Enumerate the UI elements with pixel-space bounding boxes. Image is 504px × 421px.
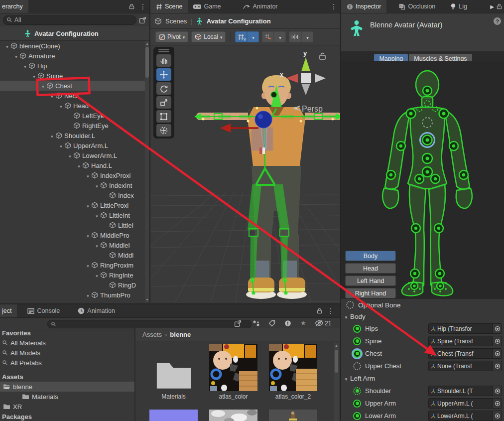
asset-grid-scrollbar[interactable]: ▲: [334, 343, 339, 421]
foldout-icon[interactable]: [49, 92, 55, 100]
menu-dots-icon[interactable]: [330, 2, 337, 10]
bone-object-field-chest[interactable]: Chest (Transf: [428, 348, 502, 359]
body-part-button-left-hand[interactable]: Left Hand: [345, 276, 396, 286]
transform-tool-button[interactable]: [156, 124, 171, 137]
bone-state-icon[interactable]: [353, 325, 361, 333]
folder-xr[interactable]: XR: [0, 402, 134, 412]
bone-state-icon[interactable]: [353, 337, 361, 345]
foldout-icon[interactable]: [85, 172, 91, 179]
tab-project[interactable]: ject: [0, 304, 17, 317]
bone-object-field[interactable]: LowerArm.L (: [428, 411, 502, 421]
folder-materials[interactable]: Materials: [0, 392, 134, 402]
label-tag-icon[interactable]: [268, 320, 275, 327]
breadcrumb-current-folder[interactable]: blenne: [170, 331, 191, 338]
filter-by-type-icon[interactable]: [252, 320, 260, 326]
hierarchy-row[interactable]: LeftEye: [0, 111, 149, 121]
tab-lighting[interactable]: Lig: [445, 0, 468, 13]
hierarchy-row[interactable]: ThumbPro: [0, 290, 149, 300]
lock-icon[interactable]: [317, 308, 322, 314]
favorite-star-icon[interactable]: [300, 319, 306, 327]
foldout-icon[interactable]: [94, 212, 100, 219]
tab-hierarchy[interactable]: erarchy: [0, 0, 28, 13]
overlay-drag-handle[interactable]: [158, 49, 169, 53]
hierarchy-row[interactable]: LittleI: [0, 220, 149, 230]
alert-icon[interactable]: [284, 320, 291, 327]
foldout-icon[interactable]: [85, 202, 91, 209]
foldout-icon[interactable]: [76, 162, 82, 169]
lock-icon[interactable]: [497, 3, 502, 9]
grid-visibility-toggle[interactable]: Y: [235, 31, 247, 42]
packages-header[interactable]: Packages: [0, 412, 134, 421]
favorite-all-prefabs[interactable]: All Prefabs: [0, 358, 134, 368]
hierarchy-scene-header[interactable]: Avatar Configuration: [0, 26, 149, 41]
scene-viewport[interactable]: y x Persp: [150, 45, 340, 302]
bone-object-field[interactable]: Hip (Transfor: [428, 323, 502, 334]
foldout-icon[interactable]: [22, 62, 28, 70]
folder-blenne-selected[interactable]: blenne: [0, 382, 134, 392]
foldout-icon[interactable]: [40, 82, 46, 90]
asset-item-partial[interactable]: [149, 410, 198, 421]
hierarchy-row[interactable]: Head: [0, 101, 149, 111]
hierarchy-row[interactable]: Armature: [0, 51, 149, 61]
hierarchy-row[interactable]: RingInte: [0, 270, 149, 280]
favorites-header[interactable]: Favorites: [0, 328, 134, 338]
hierarchy-row[interactable]: IndexInt: [0, 180, 149, 190]
foldout-icon[interactable]: [31, 72, 37, 80]
snap-increment-toggle[interactable]: [289, 31, 301, 42]
foldout-icon[interactable]: [94, 242, 100, 249]
assets-header[interactable]: Assets: [0, 372, 134, 382]
body-part-button-right-hand[interactable]: Right Hand: [345, 288, 396, 298]
bone-state-icon[interactable]: [353, 412, 361, 420]
foldout-icon[interactable]: [85, 232, 91, 239]
asset-item-materials-folder[interactable]: Materials: [149, 344, 198, 400]
rect-tool-button[interactable]: [156, 110, 171, 123]
grid-snapping-toggle[interactable]: [262, 31, 274, 42]
hierarchy-search-input[interactable]: [14, 16, 133, 23]
hierarchy-row[interactable]: MiddleI: [0, 240, 149, 250]
object-picker-button[interactable]: [493, 386, 502, 396]
hierarchy-scrollbar[interactable]: ▲ ▼: [145, 41, 149, 302]
hierarchy-row[interactable]: Shoulder.L: [0, 131, 149, 140]
tab-inspector[interactable]: Inspector: [341, 0, 386, 13]
object-picker-button[interactable]: [493, 411, 502, 421]
foldout-icon[interactable]: [94, 182, 100, 189]
hierarchy-row[interactable]: RingProxim: [0, 260, 149, 270]
foldout-icon[interactable]: [4, 42, 10, 50]
menu-dots-icon[interactable]: [327, 307, 334, 315]
asset-scroll-thumb[interactable]: [335, 350, 338, 373]
body-part-button-body[interactable]: Body: [345, 251, 396, 261]
hierarchy-row[interactable]: blenne(Clone): [0, 41, 149, 51]
object-picker-button[interactable]: [493, 361, 502, 371]
pivot-dropdown[interactable]: Pivot: [155, 31, 188, 42]
asset-item-partial[interactable]: [269, 410, 317, 421]
bone-state-icon[interactable]: [353, 400, 361, 408]
grid-snapping-menu[interactable]: [274, 31, 286, 42]
hierarchy-row[interactable]: IndexProxi: [0, 170, 149, 180]
bone-state-icon-dashed[interactable]: [353, 387, 361, 395]
more-tabs-icon[interactable]: ▶: [490, 4, 494, 9]
bone-object-field[interactable]: UpperArm.L (: [428, 398, 502, 409]
help-icon[interactable]: ?: [494, 17, 501, 25]
bone-state-icon-selected[interactable]: [353, 350, 361, 358]
bone-object-field[interactable]: Shoulder.L (T: [428, 386, 502, 396]
object-picker-button[interactable]: [493, 324, 502, 333]
hierarchy-row[interactable]: MiddlePro: [0, 230, 149, 240]
lock-icon[interactable]: [129, 3, 134, 9]
grid-visibility-menu[interactable]: [247, 31, 259, 42]
bone-state-icon-optional[interactable]: [353, 362, 361, 370]
left-arm-section-foldout[interactable]: Left Arm: [341, 372, 504, 385]
move-tool-button[interactable]: [156, 68, 171, 81]
hierarchy-row[interactable]: Index: [0, 190, 149, 200]
tab-occlusion[interactable]: Occlusion: [393, 0, 441, 13]
maximize-icon[interactable]: [234, 320, 242, 327]
hierarchy-row[interactable]: Hip: [0, 61, 149, 71]
project-searchbox[interactable]: [47, 320, 252, 328]
hierarchy-row[interactable]: Spine: [0, 71, 149, 81]
foldout-icon[interactable]: [49, 132, 55, 140]
tab-scene[interactable]: Scene: [150, 0, 188, 13]
foldout-icon[interactable]: [13, 52, 19, 60]
hidden-visibility-icon[interactable]: [315, 320, 324, 326]
favorite-all-models[interactable]: All Models: [0, 348, 134, 358]
hierarchy-row[interactable]: Hand.L: [0, 160, 149, 170]
object-picker-button[interactable]: [493, 399, 502, 408]
